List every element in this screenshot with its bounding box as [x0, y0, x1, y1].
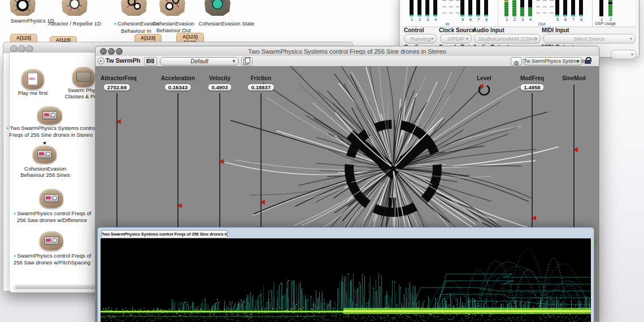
- fader-value[interactable]: 0.4903: [207, 84, 232, 91]
- folder-icon: [76, 72, 91, 82]
- fader-value[interactable]: 0.16343: [164, 84, 192, 91]
- snapshot-button[interactable]: [144, 57, 157, 66]
- audio-input-label: Audio Input: [473, 27, 504, 33]
- clock-source-dropdown[interactable]: S/PDIF▾: [440, 34, 472, 43]
- divider: [592, 0, 593, 27]
- fader-handle[interactable]: [573, 147, 578, 152]
- prototype-icon-cohesion-state[interactable]: [204, 0, 230, 16]
- fader-value[interactable]: 0.18837: [247, 84, 275, 91]
- in-caption: In: [446, 21, 450, 27]
- knob-label: Level: [477, 75, 491, 81]
- fader-value[interactable]: 2702.69: [103, 84, 130, 91]
- channel-number: 3: [427, 17, 429, 22]
- prototype-label: SwarmPhysics 1D: [10, 18, 54, 24]
- channel-number: 8: [485, 17, 488, 22]
- preset-combo[interactable]: Default▼: [160, 57, 239, 66]
- sound-item-icon[interactable]: [72, 67, 95, 87]
- meter-bar: [571, 0, 575, 16]
- lock-icon[interactable]: [585, 57, 591, 64]
- clock-source-label: Clock Source: [439, 27, 475, 33]
- meter-bar: [410, 0, 414, 16]
- control-dropdown[interactable]: Running▾: [404, 34, 437, 43]
- chevron-down-icon: ▾: [630, 34, 632, 43]
- divider: [498, 0, 498, 27]
- sound-item-label[interactable]: ✦Two SwarmPhysics Systems controlFreqs o…: [6, 125, 96, 138]
- fader-track[interactable]: [260, 93, 262, 228]
- analyzer-tab[interactable]: Two SwarmPhysics Systems control Freqs o…: [101, 230, 228, 238]
- surface-preset-combo[interactable]: Tw SwrmPhyscs Systms cntrl▼: [523, 57, 583, 66]
- prototype-icon-cohesion-out[interactable]: [159, 0, 185, 16]
- dsp-caption: DSP Usage: [595, 21, 616, 25]
- channel-number: 5: [462, 17, 464, 22]
- meter-bar: [563, 0, 567, 16]
- vcs-titlebar[interactable]: Two SwarmPhysics Systems control Freqs o…: [95, 46, 599, 56]
- sound-item-label[interactable]: Play me first: [18, 90, 47, 96]
- meter-bar: [484, 0, 488, 16]
- channel-number: 4: [434, 17, 437, 22]
- fader-handle[interactable]: [532, 216, 536, 220]
- midi-input-label: MIDI Input: [542, 27, 569, 33]
- meter-bar: [460, 0, 464, 16]
- fader-value[interactable]: 1.4958: [520, 84, 544, 91]
- copy-icon: [243, 59, 249, 64]
- meter-scale-ticks: [550, 0, 554, 18]
- sound-item-label[interactable]: ✦SwarmPhysics control Freqs of256 Saw dr…: [13, 253, 92, 266]
- chevron-down-icon: ▼: [576, 58, 580, 65]
- prototype-label: Attractor / Repellor 1D: [48, 20, 101, 27]
- meter-bar: [476, 0, 480, 16]
- channel-number: 7: [477, 17, 480, 22]
- meter-bar: [579, 0, 583, 16]
- sound-item-icon[interactable]: [40, 231, 63, 250]
- duplicate-button[interactable]: [241, 57, 253, 66]
- fader-label: Friction: [251, 75, 272, 81]
- fader-label: Acceleration: [161, 75, 195, 81]
- fader-track[interactable]: [116, 93, 118, 228]
- sound-item-icon[interactable]: [40, 189, 63, 208]
- fader-track[interactable]: [532, 93, 533, 228]
- fader-handle[interactable]: [260, 200, 265, 204]
- meter-bar: [599, 0, 603, 16]
- channel-number: 6: [469, 17, 472, 22]
- midi-output-dropdown[interactable]: ▾: [611, 50, 637, 59]
- meter-bar: [425, 0, 429, 16]
- fader-label: AttractorFreq: [101, 75, 137, 81]
- fader-label: ModFreq: [520, 75, 544, 81]
- flag-icon: ✦: [13, 254, 17, 259]
- sound-item-label[interactable]: ✦SwarmPhysics control Freqs of256 Saw dr…: [13, 210, 92, 223]
- meter-scale-ticks: [456, 0, 460, 18]
- channel-number: 7: [572, 17, 575, 22]
- fader-track[interactable]: [573, 85, 575, 228]
- channel-number: 1: [506, 17, 508, 22]
- prototype-icon-swarmphysics[interactable]: [10, 0, 36, 16]
- sound-name: Tw SwrmPh: [106, 57, 141, 64]
- fader-label: Velocity: [209, 75, 230, 81]
- fader-handle[interactable]: [177, 203, 182, 208]
- channel-number: 2: [514, 17, 516, 22]
- fader-handle[interactable]: [219, 159, 224, 164]
- spectrum-analyzer-window: Two SwarmPhysics Systems control Freqs o…: [97, 227, 594, 322]
- sound-item-label[interactable]: CohesionEvasionBehaviour 256 Sines: [20, 166, 70, 178]
- meter-bar: [520, 0, 524, 16]
- meter-bar: [468, 0, 472, 16]
- vcs-window-title: Two SwarmPhysics Systems control Freqs o…: [95, 48, 599, 55]
- midi-input-dropdown[interactable]: Silent Device▾: [543, 34, 636, 43]
- fader-handle[interactable]: [116, 119, 121, 124]
- channel-number: 5: [556, 17, 559, 22]
- audio-input-dropdown[interactable]: StudioKonnekt48 (1394)▾: [474, 34, 541, 43]
- prototype-icon-cohesion-in[interactable]: [121, 0, 147, 16]
- sound-item-icon[interactable]: [33, 145, 56, 163]
- sound-item-icon[interactable]: [21, 69, 44, 89]
- meter-panel: 123456781234567812InOutDSP Usage: [402, 0, 636, 27]
- sound-item-icon[interactable]: [37, 106, 62, 124]
- prototype-icon-attractor[interactable]: [62, 0, 88, 16]
- control-label: Control: [404, 27, 424, 33]
- camera-icon: [146, 59, 154, 63]
- level-knob[interactable]: [477, 83, 491, 97]
- settings-button[interactable]: ⚙: [511, 57, 522, 66]
- chevron-down-icon: ▾: [466, 34, 468, 43]
- chevron-down-icon: ▼: [232, 58, 236, 65]
- chevron-down-icon: ▾: [631, 50, 633, 59]
- disclosure-icon[interactable]: [98, 58, 105, 64]
- meter-scale-ticks: [442, 0, 446, 18]
- meter-bar: [608, 0, 612, 16]
